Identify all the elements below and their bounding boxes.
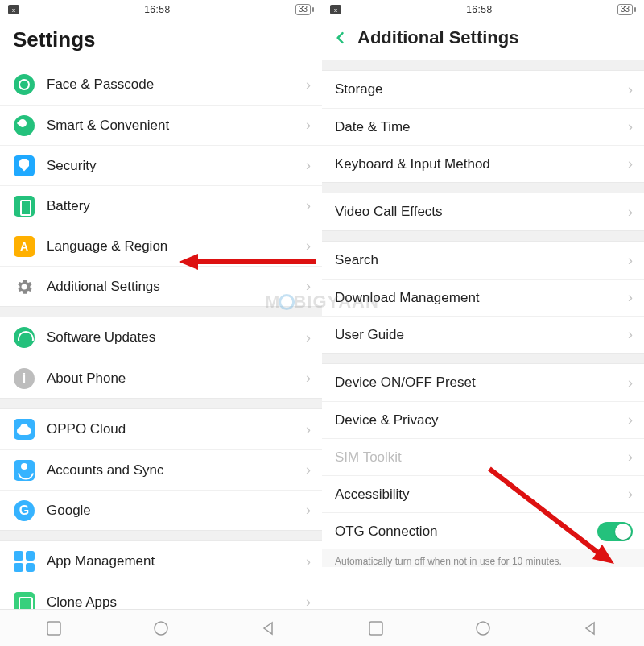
info-icon: i	[13, 367, 35, 390]
nav-back-button[interactable]	[574, 617, 606, 640]
row-label: Date & Time	[335, 119, 628, 135]
chevron-right-icon: ›	[628, 289, 633, 306]
row-label: Battery	[47, 198, 306, 214]
close-icon: x	[330, 5, 341, 14]
row-software-updates[interactable]: Software Updates ›	[0, 317, 322, 358]
nav-recent-button[interactable]	[360, 617, 392, 640]
chevron-right-icon: ›	[628, 81, 633, 98]
group-separator	[322, 182, 644, 193]
nav-recent-button[interactable]	[38, 617, 70, 640]
chevron-right-icon: ›	[628, 375, 633, 391]
lightbulb-icon	[13, 114, 35, 137]
row-additional-settings[interactable]: Additional Settings ›	[0, 266, 322, 306]
row-label: Download Management	[335, 290, 628, 306]
group-separator	[0, 530, 322, 541]
otg-caption: Automatically turn off when not in use f…	[322, 549, 644, 567]
row-label: Google	[47, 503, 306, 519]
row-device-privacy[interactable]: Device & Privacy ›	[322, 401, 644, 438]
row-label: Accessibility	[335, 487, 628, 503]
row-storage[interactable]: Storage ›	[322, 71, 644, 108]
face-icon	[13, 73, 35, 96]
row-label: Storage	[335, 81, 628, 97]
chevron-right-icon: ›	[306, 77, 311, 93]
row-accounts-sync[interactable]: Accounts and Sync ›	[0, 449, 322, 490]
row-date-time[interactable]: Date & Time ›	[322, 108, 644, 145]
svg-rect-0	[47, 622, 60, 635]
row-label: OPPO Cloud	[47, 421, 306, 437]
chevron-right-icon: ›	[306, 370, 311, 387]
row-label: Device ON/OFF Preset	[335, 375, 628, 391]
update-icon	[13, 326, 35, 349]
battery-percent: 33	[295, 4, 311, 15]
row-video-call-effects[interactable]: Video Call Effects ›	[322, 193, 644, 230]
row-face-passcode[interactable]: Face & Passcode ›	[0, 64, 322, 105]
battery-indicator: 33	[295, 4, 314, 15]
group-separator	[0, 306, 322, 317]
row-device-onoff-preset[interactable]: Device ON/OFF Preset ›	[322, 364, 644, 401]
row-otg-connection[interactable]: OTG Connection	[322, 512, 644, 549]
chevron-right-icon: ›	[628, 326, 633, 343]
row-label: Video Call Effects	[335, 204, 628, 220]
chevron-right-icon: ›	[306, 594, 311, 611]
nav-home-button[interactable]	[145, 617, 177, 640]
row-label: Search	[335, 252, 628, 268]
svg-point-1	[155, 622, 167, 635]
row-label: Device & Privacy	[335, 412, 628, 429]
row-language-region[interactable]: A Language & Region ›	[0, 226, 322, 266]
title-row: Additional Settings	[322, 19, 644, 60]
page-title: Additional Settings	[357, 27, 518, 48]
row-sim-toolkit: SIM Toolkit ›	[322, 438, 644, 475]
row-keyboard-input[interactable]: Keyboard & Input Method ›	[322, 145, 644, 182]
language-icon: A	[13, 235, 35, 258]
row-about-phone[interactable]: i About Phone ›	[0, 358, 322, 398]
row-battery[interactable]: Battery ›	[0, 185, 322, 226]
gear-icon	[13, 275, 35, 298]
chevron-right-icon: ›	[628, 252, 633, 269]
row-accessibility[interactable]: Accessibility ›	[322, 475, 644, 512]
row-label: About Phone	[47, 371, 306, 387]
chevron-right-icon: ›	[628, 412, 633, 429]
apps-icon	[13, 550, 35, 573]
phone-left: x 16:58 33 Settings Face & Passcode › Sm…	[0, 0, 322, 646]
shield-icon	[13, 155, 35, 177]
row-label: App Management	[47, 553, 306, 569]
row-user-guide[interactable]: User Guide ›	[322, 316, 644, 353]
svg-rect-2	[369, 622, 382, 635]
status-time: 16:58	[466, 4, 493, 15]
chevron-right-icon: ›	[628, 486, 633, 503]
row-app-management[interactable]: App Management ›	[0, 541, 322, 582]
row-google[interactable]: G Google ›	[0, 490, 322, 530]
chevron-right-icon: ›	[306, 421, 311, 438]
row-download-management[interactable]: Download Management ›	[322, 279, 644, 316]
status-bar: x 16:58 33	[0, 0, 322, 19]
nav-home-button[interactable]	[467, 617, 499, 640]
battery-indicator: 33	[617, 4, 636, 15]
chevron-right-icon: ›	[628, 118, 633, 135]
row-security[interactable]: Security ›	[0, 145, 322, 185]
row-label: OTG Connection	[335, 524, 597, 540]
chevron-right-icon: ›	[306, 502, 311, 519]
chevron-right-icon: ›	[306, 553, 311, 570]
phone-right: x 16:58 33 Additional Settings Storage ›…	[322, 0, 644, 646]
chevron-right-icon: ›	[306, 462, 311, 478]
chevron-right-icon: ›	[306, 278, 311, 295]
row-label: SIM Toolkit	[335, 449, 628, 466]
chevron-right-icon: ›	[306, 329, 311, 346]
page-title: Settings	[0, 19, 322, 64]
nav-bar	[0, 609, 322, 646]
row-search[interactable]: Search ›	[322, 242, 644, 279]
accounts-icon	[13, 459, 35, 482]
chevron-right-icon: ›	[306, 157, 311, 174]
otg-toggle[interactable]	[597, 522, 633, 541]
row-label: Smart & Convenient	[47, 118, 306, 134]
svg-point-3	[477, 622, 489, 635]
status-bar: x 16:58 33	[322, 0, 644, 19]
nav-back-button[interactable]	[252, 617, 284, 640]
row-smart-convenient[interactable]: Smart & Convenient ›	[0, 105, 322, 145]
battery-percent: 33	[617, 4, 633, 15]
row-label: Face & Passcode	[47, 77, 306, 93]
status-time: 16:58	[144, 4, 171, 15]
close-icon: x	[8, 5, 19, 14]
row-oppo-cloud[interactable]: OPPO Cloud ›	[0, 409, 322, 449]
back-button[interactable]	[332, 29, 349, 47]
